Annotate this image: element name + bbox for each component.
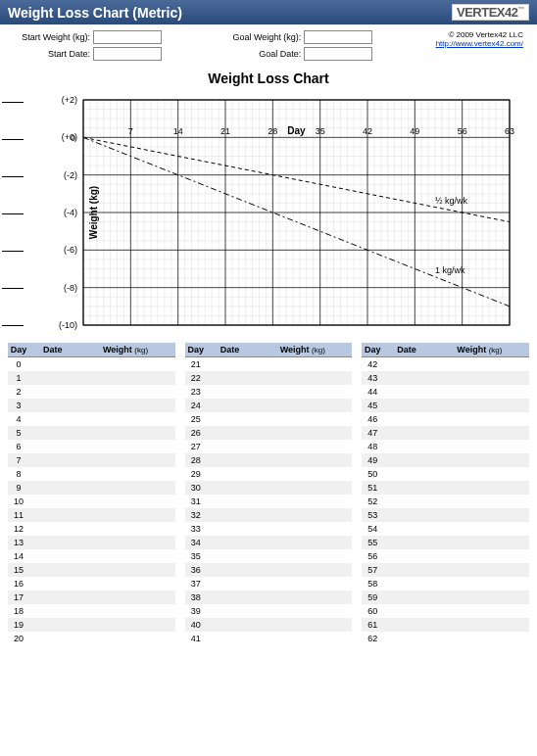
svg-text:½ kg/wk: ½ kg/wk — [435, 196, 468, 206]
col-day: Day — [362, 343, 383, 357]
table-row: 58 — [362, 577, 529, 591]
svg-text:(-8): (-8) — [64, 283, 77, 293]
col-date: Date — [29, 343, 75, 357]
table-row: 19 — [8, 618, 175, 632]
table-row: 43 — [362, 371, 529, 385]
table-row: 34 — [185, 536, 353, 549]
table-row: 11 — [8, 508, 175, 522]
col-weight: Weight (kg) — [253, 343, 352, 357]
table-row: 2 — [8, 385, 175, 399]
start-date-label: Start Date: — [14, 49, 90, 59]
svg-text:(+2): (+2) — [62, 95, 77, 105]
table-row: 52 — [362, 495, 529, 508]
table-row: 13 — [8, 536, 175, 549]
table-row: 10 — [8, 495, 175, 508]
table-row: 47 — [362, 426, 529, 440]
svg-text:(-4): (-4) — [64, 208, 77, 217]
goal-date-input[interactable] — [304, 47, 372, 61]
start-weight-input[interactable] — [93, 30, 162, 44]
table-row: 12 — [8, 522, 175, 536]
table-row: 25 — [185, 412, 353, 426]
table-row: 29 — [185, 467, 353, 481]
table-row: 60 — [362, 604, 529, 618]
table-row: 46 — [362, 412, 529, 426]
svg-text:28: 28 — [268, 126, 277, 136]
table-row: 37 — [185, 577, 353, 591]
svg-text:(-2): (-2) — [64, 170, 77, 180]
goal-weight-input[interactable] — [304, 30, 372, 44]
col-date: Date — [383, 343, 429, 357]
table-row: 14 — [8, 549, 175, 563]
table-row: 51 — [362, 481, 529, 495]
table-row: 54 — [362, 522, 529, 536]
col-date: Date — [207, 343, 253, 357]
table-row: 57 — [362, 563, 529, 577]
svg-line-126 — [83, 137, 510, 221]
table-row: 40 — [185, 618, 353, 632]
table-row: 39 — [185, 604, 353, 618]
table-row: 59 — [362, 591, 529, 604]
table-row: 49 — [362, 453, 529, 467]
svg-text:21: 21 — [220, 126, 230, 136]
table-row: 1 — [8, 371, 175, 385]
svg-text:42: 42 — [363, 126, 372, 136]
goal-date-label: Goal Date: — [224, 49, 301, 59]
table-row: 8 — [8, 467, 175, 481]
svg-text:Day: Day — [287, 125, 306, 136]
col-weight: Weight (kg) — [75, 343, 174, 357]
table-row: 27 — [185, 440, 353, 453]
svg-text:56: 56 — [458, 126, 467, 136]
vertex42-link[interactable]: http://www.vertex42.com/ — [436, 39, 523, 48]
table-row: 9 — [8, 481, 175, 495]
svg-text:(-10): (-10) — [59, 320, 77, 330]
col-day: Day — [185, 343, 207, 357]
table-row: 33 — [185, 522, 353, 536]
table-row: 44 — [362, 385, 529, 399]
table-row: 53 — [362, 508, 529, 522]
table-row: 30 — [185, 481, 353, 495]
table-row: 3 — [8, 399, 175, 412]
table-row: 56 — [362, 549, 529, 563]
svg-text:14: 14 — [173, 126, 183, 136]
log-tables: DayDateWeight (kg)0123456789101112131415… — [0, 339, 537, 653]
table-row: 62 — [362, 632, 529, 645]
table-row: 32 — [185, 508, 353, 522]
table-row: 61 — [362, 618, 529, 632]
col-day: Day — [8, 343, 29, 357]
svg-text:63: 63 — [505, 126, 514, 136]
svg-text:(+0): (+0) — [62, 132, 77, 142]
svg-text:7: 7 — [128, 126, 133, 136]
vertex42-logo: VERTEX42™ — [452, 4, 529, 21]
table-row: 4 — [8, 412, 175, 426]
table-row: 22 — [185, 371, 353, 385]
start-date-input[interactable] — [93, 47, 162, 61]
title-bar: Weight Loss Chart (Metric) VERTEX42™ — [0, 0, 537, 24]
log-table: DayDateWeight (kg)2122232425262728293031… — [185, 343, 353, 645]
table-row: 31 — [185, 495, 353, 508]
table-row: 35 — [185, 549, 353, 563]
table-row: 16 — [8, 577, 175, 591]
meta-row: Start Weight (kg): Start Date: Goal Weig… — [0, 24, 537, 63]
table-row: 7 — [8, 453, 175, 467]
table-row: 17 — [8, 591, 175, 604]
svg-text:49: 49 — [410, 126, 419, 136]
table-row: 0 — [8, 357, 175, 371]
table-row: 42 — [362, 357, 529, 371]
table-row: 45 — [362, 399, 529, 412]
table-row: 23 — [185, 385, 353, 399]
svg-text:1 kg/wk: 1 kg/wk — [435, 265, 465, 275]
table-row: 26 — [185, 426, 353, 440]
svg-text:35: 35 — [316, 126, 325, 136]
side-blank-lines — [2, 90, 24, 335]
page-title: Weight Loss Chart (Metric) — [8, 5, 182, 21]
chart-title: Weight Loss Chart — [8, 71, 529, 86]
table-row: 5 — [8, 426, 175, 440]
svg-text:Weight  (kg): Weight (kg) — [88, 186, 99, 239]
start-weight-label: Start Weight (kg): — [14, 32, 90, 42]
table-row: 6 — [8, 440, 175, 453]
table-row: 20 — [8, 632, 175, 645]
table-row: 48 — [362, 440, 529, 453]
weight-loss-chart: 071421283542495663Day(+2)(+0)(-2)(-4)(-6… — [29, 90, 519, 335]
table-row: 18 — [8, 604, 175, 618]
goal-weight-label: Goal Weight (kg): — [224, 32, 301, 42]
